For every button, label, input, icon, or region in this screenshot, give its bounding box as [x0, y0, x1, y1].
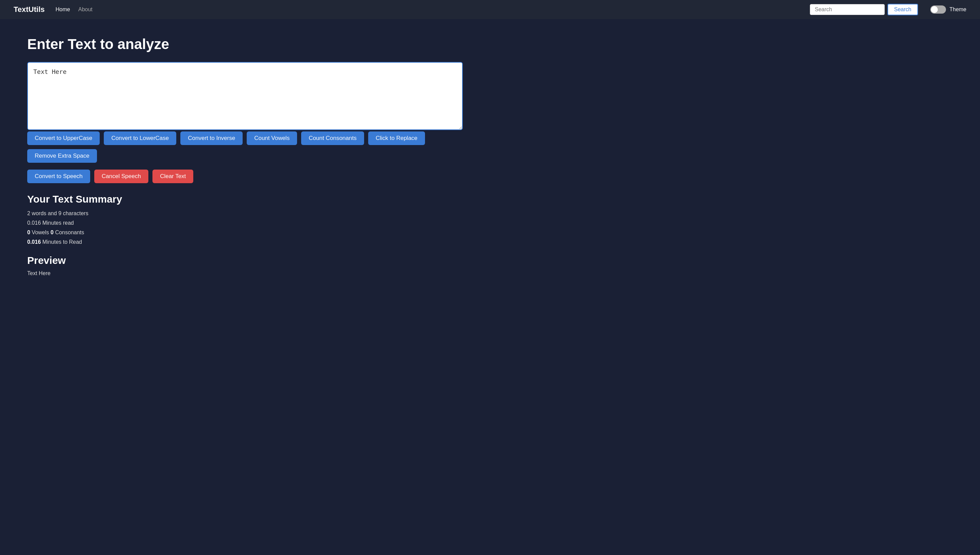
click-replace-button[interactable]: Click to Replace	[368, 132, 425, 145]
buttons-row-2: Convert to Speech Cancel Speech Clear Te…	[27, 170, 463, 183]
cancel-speech-button[interactable]: Cancel Speech	[94, 170, 149, 183]
theme-label: Theme	[950, 6, 966, 13]
nav-home[interactable]: Home	[56, 6, 70, 13]
consonants-label: Consonants	[55, 229, 84, 235]
vowels-count: 0	[27, 229, 30, 235]
minutes-to-read-label: Minutes to Read	[43, 239, 82, 245]
theme-toggle-container: Theme	[930, 5, 966, 14]
count-vowels-button[interactable]: Count Vowels	[247, 132, 297, 145]
count-consonants-button[interactable]: Count Consonants	[301, 132, 364, 145]
search-input[interactable]	[810, 4, 885, 15]
theme-toggle[interactable]	[930, 5, 946, 14]
convert-speech-button[interactable]: Convert to Speech	[27, 170, 90, 183]
remove-extra-space-button[interactable]: Remove Extra Space	[27, 149, 97, 163]
convert-lowercase-button[interactable]: Convert to LowerCase	[104, 132, 176, 145]
vowels-label: Vowels	[32, 229, 49, 235]
preview-title: Preview	[27, 255, 463, 266]
minutes-to-read-value: 0.016	[27, 239, 41, 245]
consonants-count: 0	[51, 229, 54, 235]
main-content: Enter Text to analyze Text Here Convert …	[0, 19, 490, 294]
words-chars-stat: 2 words and 9 characters	[27, 210, 463, 217]
nav-about[interactable]: About	[78, 6, 93, 13]
convert-uppercase-button[interactable]: Convert to UpperCase	[27, 132, 100, 145]
search-container: Search	[810, 4, 918, 15]
buttons-row-1: Convert to UpperCase Convert to LowerCas…	[27, 132, 463, 163]
toggle-knob	[931, 6, 938, 13]
summary-title: Your Text Summary	[27, 193, 463, 205]
preview-text: Text Here	[27, 270, 463, 276]
text-input[interactable]: Text Here	[27, 62, 463, 130]
page-title: Enter Text to analyze	[27, 36, 463, 53]
search-button[interactable]: Search	[887, 4, 918, 15]
clear-text-button[interactable]: Clear Text	[152, 170, 193, 183]
convert-inverse-button[interactable]: Convert to Inverse	[181, 132, 243, 145]
vowels-consonants-stat: 0 Vowels 0 Consonants	[27, 229, 463, 236]
minutes-read-stat: 0.016 Minutes read	[27, 220, 463, 226]
navbar: TextUtils Home About Search Theme	[0, 0, 980, 19]
minutes-to-read-stat: 0.016 Minutes to Read	[27, 239, 463, 245]
navbar-brand[interactable]: TextUtils	[14, 5, 45, 14]
